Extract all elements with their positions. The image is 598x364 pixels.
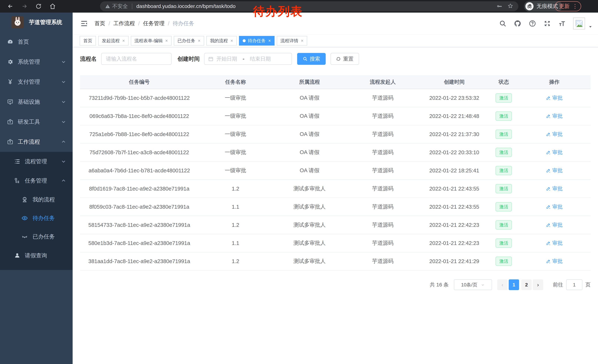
chevron-down-icon [61,99,66,104]
approve-link[interactable]: 审批 [546,258,563,265]
sidebar-item-4[interactable]: 研发工具 [0,112,73,132]
browser-forward-icon[interactable] [21,3,28,10]
browser-reload-icon[interactable] [35,3,42,10]
tab-close-icon[interactable]: × [268,39,271,43]
cell-starter: 芋道源码 [347,125,419,143]
breadcrumb-item-2[interactable]: 任务管理 [143,20,165,27]
sidebar-item-0[interactable]: 首页 [0,32,73,52]
sidebar-item-6[interactable]: 流程管理 [0,152,73,171]
browser-back-icon[interactable] [7,3,14,10]
sidebar-item-label: 基础设施 [18,98,40,106]
url-text[interactable]: dashboard.yudao.iocoder.cn/bpm/task/todo [136,3,497,9]
tab-label: 首页 [83,38,92,44]
tab-0[interactable]: 首页 [80,36,96,46]
tab-5[interactable]: 待办任务× [239,36,274,46]
page-number-1[interactable]: 1 [509,279,519,290]
sidebar-item-2[interactable]: 支付管理 [0,72,73,92]
status-badge: 激活 [496,184,512,194]
tab-close-icon[interactable]: × [165,39,168,43]
status-badge: 激活 [496,220,512,230]
approve-link[interactable]: 审批 [546,221,563,228]
browser-menu-icon[interactable]: ⋮ [572,4,578,9]
status-badge: 激活 [496,202,512,212]
process-name-input[interactable]: 请输入流程名 [101,53,172,65]
caret-down-icon[interactable] [588,25,592,30]
calendar-icon [208,56,213,61]
cell-created: 2022-01-21 22:42:23 [419,234,490,252]
address-bar[interactable]: 不安全 dashboard.yudao.iocoder.cn/bpm/task/… [100,1,518,11]
chevron-down-icon [61,119,66,124]
update-label[interactable]: 更新 [559,3,570,10]
search-button[interactable]: 搜索 [297,53,326,65]
cell-task-id: 8f0d1619-7ac8-11ec-a9e2-a2380e71991a [80,180,199,198]
chevron-up-icon [61,139,66,144]
tab-1[interactable]: 发起流程× [98,36,129,46]
create-time-label: 创建时间 [177,55,200,63]
tab-6[interactable]: 流程详情× [277,36,307,46]
sidebar-item-5[interactable]: 工作流程 [0,132,73,152]
tab-2[interactable]: 流程表单-编辑× [131,36,172,46]
cell-starter: 芋道源码 [347,180,419,198]
status-badge: 激活 [496,148,512,157]
cell-task-name: 1.1 [199,234,273,252]
cell-task-name: 一级审批 [199,162,273,180]
table-row-8: 580e1b3d-7ac8-11ec-a9e2-a2380e71991a1.1测… [80,234,590,252]
cell-created: 2022-01-22 18:25:41 [419,162,490,180]
tab-4[interactable]: 我的流程× [206,36,237,46]
sidebar-item-9[interactable]: 待办任务 [0,209,73,227]
reset-button[interactable]: 重置 [331,53,359,65]
process-name-placeholder: 请输入流程名 [106,55,137,62]
fullscreen-icon[interactable] [544,20,551,27]
column-header-1: 任务名称 [199,75,273,89]
help-icon[interactable] [529,20,536,27]
browser-update-button[interactable]: 更新 ⋮ [555,1,581,11]
cell-starter: 芋道源码 [347,216,419,234]
prev-page-button[interactable]: ‹ [497,279,507,290]
sidebar-item-label: 工作流程 [18,138,40,146]
security-label[interactable]: 不安全 [112,3,128,10]
approve-link[interactable]: 审批 [546,185,563,192]
page-number-2[interactable]: 2 [521,279,532,290]
tab-3[interactable]: 已办任务× [174,36,204,46]
avatar[interactable] [573,18,585,29]
security-warning-icon[interactable] [105,4,112,9]
hamburger-icon[interactable] [80,19,89,28]
tab-close-icon[interactable]: × [301,39,303,43]
date-range-input[interactable]: 开始日期 - 结束日期 [204,53,292,65]
sidebar-item-7[interactable]: 任务管理 [0,171,73,190]
cell-created: 2022-01-21 22:43:55 [419,198,490,216]
cell-task-name: 一级审批 [199,143,273,162]
tab-close-icon[interactable]: × [231,39,233,43]
sidebar-item-3[interactable]: 基础设施 [0,92,73,112]
breadcrumb-item-0[interactable]: 首页 [94,20,105,27]
font-size-icon[interactable] [558,20,566,27]
approve-link[interactable]: 审批 [546,167,563,174]
next-page-button[interactable]: › [533,279,543,290]
github-icon[interactable] [514,20,521,27]
approve-link[interactable]: 审批 [546,149,563,156]
sidebar-item-1[interactable]: 系统管理 [0,52,73,72]
app-logo-row[interactable]: 芋道管理系统 [0,13,73,32]
approve-link[interactable]: 审批 [546,203,563,210]
approve-link[interactable]: 审批 [546,240,563,247]
briefcase-icon [7,118,14,125]
sidebar-item-8[interactable]: 我的流程 [0,190,73,209]
approve-link[interactable]: 审批 [546,131,563,138]
sidebar-item-11[interactable]: 请假查询 [0,246,73,265]
tab-close-icon[interactable]: × [122,39,125,43]
filter-bar: 流程名 请输入流程名 创建时间 开始日期 - 结束日期 搜索 重置 [80,53,359,65]
approve-link[interactable]: 审批 [546,94,563,101]
sidebar-item-10[interactable]: 已办任务 [0,227,73,246]
browser-home-icon[interactable] [49,3,56,10]
goto-page-input[interactable]: 1 [566,279,582,290]
page-size-select[interactable]: 10条/页 [454,279,492,290]
breadcrumb-item-1[interactable]: 工作流程 [113,20,135,27]
bookmark-star-icon[interactable] [507,3,513,9]
tab-label: 已办任务 [177,38,195,44]
tab-close-icon[interactable]: × [198,39,200,43]
dashboard-icon [7,38,14,45]
search-icon[interactable] [499,20,507,27]
password-key-icon[interactable] [497,3,502,9]
approve-link[interactable]: 审批 [546,113,563,120]
omnibox-divider [132,4,132,9]
